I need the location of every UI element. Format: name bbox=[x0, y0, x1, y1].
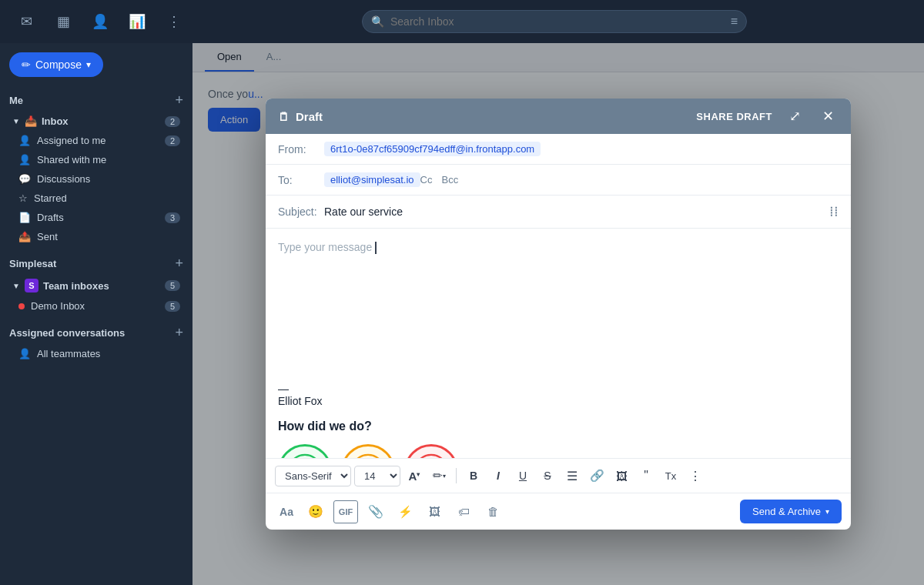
draft-modal-body: From: 6rt1o-0e87cf65909cf794edff@in.fron… bbox=[266, 134, 851, 458]
attach-icon[interactable]: 📎 bbox=[364, 500, 387, 523]
team-inboxes-item[interactable]: ▼ S Team inboxes 5 bbox=[3, 275, 189, 296]
team-inboxes-label: Team inboxes bbox=[43, 280, 109, 292]
delete-icon[interactable]: 🗑 bbox=[481, 500, 504, 523]
assigned-label: Assigned to me bbox=[37, 135, 106, 146]
to-label: To: bbox=[278, 174, 324, 186]
sidebar-item-all-teammates[interactable]: 👤 All teammates bbox=[3, 344, 189, 363]
cc-button[interactable]: Cc bbox=[420, 174, 433, 186]
send-archive-caret: ▾ bbox=[825, 507, 829, 516]
sidebar-item-discussions[interactable]: 💬 Discussions bbox=[3, 169, 189, 189]
ai-subject-icon[interactable]: ⁞⁞ bbox=[829, 203, 839, 220]
draft-header-actions: SHARE DRAFT ⤢ ✕ bbox=[696, 106, 839, 126]
italic-button[interactable]: I bbox=[487, 465, 509, 486]
sidebar-item-shared[interactable]: 👤 Shared with me bbox=[3, 150, 189, 169]
bcc-button[interactable]: Bcc bbox=[441, 174, 458, 186]
sad-face[interactable] bbox=[404, 444, 458, 458]
sidebar-item-demo-inbox[interactable]: Demo Inbox 5 bbox=[3, 296, 189, 316]
add-me-icon[interactable]: + bbox=[175, 92, 183, 109]
gif-icon[interactable]: GIF bbox=[333, 500, 358, 523]
sidebar-item-assigned[interactable]: 👤 Assigned to me 2 bbox=[3, 131, 189, 150]
image-button[interactable]: 🖼 bbox=[611, 465, 632, 486]
team-inboxes-count: 5 bbox=[165, 280, 180, 291]
inbox-label: Inbox bbox=[42, 115, 69, 127]
assigned-conversations-header[interactable]: Assigned conversations + bbox=[0, 322, 192, 344]
font-size-select[interactable]: 14 bbox=[354, 466, 400, 486]
subject-value[interactable]: Rate our service bbox=[324, 206, 829, 218]
from-field: From: 6rt1o-0e87cf65909cf794edff@in.fron… bbox=[266, 134, 851, 165]
search-bar: 🔍 ≡ bbox=[362, 10, 747, 33]
filter-icon[interactable]: ≡ bbox=[731, 15, 738, 28]
strikethrough-button[interactable]: S bbox=[537, 465, 558, 486]
simplesat-section-header[interactable]: Simplesat + bbox=[0, 252, 192, 275]
sidebar-item-drafts[interactable]: 📄 Drafts 3 bbox=[3, 208, 189, 227]
drafts-label: Drafts bbox=[37, 212, 64, 223]
mail-icon[interactable]: ✉ bbox=[12, 8, 40, 35]
simplesat-title: Simplesat bbox=[9, 258, 56, 269]
from-label: From: bbox=[278, 143, 324, 155]
more-icon[interactable]: ⋮ bbox=[160, 8, 188, 35]
sidebar-item-starred[interactable]: ☆ Starred bbox=[3, 189, 189, 208]
chart-icon[interactable]: 📊 bbox=[123, 8, 151, 35]
bold-button[interactable]: B bbox=[463, 465, 484, 486]
sidebar: ✏ Compose ▾ Me + ▼ 📥 Inbox 2 👤 Assigned … bbox=[0, 43, 192, 585]
to-field: To: elliot@simplesat.io Cc Bcc bbox=[266, 165, 851, 196]
link-bottom-icon[interactable]: ⚡ bbox=[393, 500, 417, 523]
sidebar-item-sent[interactable]: 📤 Sent bbox=[3, 227, 189, 246]
draft-file-icon: 🗒 bbox=[278, 110, 290, 123]
send-archive-button[interactable]: Send & Archive ▾ bbox=[740, 500, 842, 523]
open-external-button[interactable]: ⤢ bbox=[785, 106, 805, 126]
person-icon: 👤 bbox=[18, 135, 31, 146]
highlight-button[interactable]: ✏▾ bbox=[428, 465, 450, 486]
shared-label: Shared with me bbox=[37, 154, 106, 165]
expand-icon: ▼ bbox=[12, 282, 20, 290]
simplesat-section: Simplesat + ▼ S Team inboxes 5 Demo Inbo… bbox=[0, 252, 192, 316]
font-color-button[interactable]: A▾ bbox=[403, 465, 425, 486]
emoji-row bbox=[278, 444, 839, 458]
starred-label: Starred bbox=[34, 192, 67, 204]
add-simplesat-icon[interactable]: + bbox=[175, 256, 183, 272]
compose-label: Compose bbox=[35, 58, 82, 71]
underline-button[interactable]: U bbox=[512, 465, 534, 486]
share-draft-button[interactable]: SHARE DRAFT bbox=[696, 111, 772, 122]
to-value[interactable]: elliot@simplesat.io bbox=[324, 172, 420, 187]
draft-modal-header: 🗒 Draft SHARE DRAFT ⤢ ✕ bbox=[266, 99, 851, 134]
assigned-conversations-title: Assigned conversations bbox=[9, 327, 125, 339]
survey-section: How did we do? bbox=[266, 420, 851, 458]
close-modal-button[interactable]: ✕ bbox=[818, 106, 839, 126]
all-teammates-label: All teammates bbox=[37, 348, 100, 359]
inbox-count: 2 bbox=[165, 116, 180, 127]
photo-icon[interactable]: 🖼 bbox=[423, 500, 446, 523]
contacts-icon[interactable]: 👤 bbox=[86, 8, 114, 35]
formatting-toolbar: Sans-Serif 14 A▾ ✏▾ B I U S ☰ 🔗 🖼 " bbox=[266, 458, 851, 493]
neutral-face[interactable] bbox=[341, 444, 395, 458]
subject-field: Subject: Rate our service ⁞⁞ bbox=[266, 196, 851, 229]
inbox-item[interactable]: ▼ 📥 Inbox 2 bbox=[3, 112, 189, 131]
content-area: Open A... Once you... Action 🗒 Draft bbox=[192, 43, 924, 585]
more-toolbar-button[interactable]: ⋮ bbox=[685, 465, 706, 486]
quote-button[interactable]: " bbox=[635, 465, 657, 486]
star-icon: ☆ bbox=[18, 192, 28, 204]
link-button[interactable]: 🔗 bbox=[586, 465, 608, 486]
inbox-folder-icon: 📥 bbox=[25, 115, 37, 127]
emoji-icon[interactable]: 🙂 bbox=[304, 500, 327, 523]
calendar-icon[interactable]: ▦ bbox=[49, 8, 77, 35]
add-assigned-icon[interactable]: + bbox=[175, 325, 183, 341]
search-input[interactable] bbox=[362, 10, 747, 33]
text-format-icon[interactable]: Aa bbox=[275, 500, 298, 523]
from-value[interactable]: 6rt1o-0e87cf65909cf794edff@in.frontapp.c… bbox=[324, 142, 541, 156]
send-archive-label: Send & Archive bbox=[752, 506, 821, 517]
happy-face[interactable] bbox=[278, 444, 332, 458]
compose-button[interactable]: ✏ Compose ▾ bbox=[9, 52, 103, 77]
assigned-count: 2 bbox=[165, 135, 180, 146]
me-section-header[interactable]: Me + bbox=[0, 89, 192, 112]
me-section-title: Me bbox=[9, 95, 23, 106]
discussions-label: Discussions bbox=[37, 173, 90, 185]
list-button[interactable]: ☰ bbox=[561, 465, 583, 486]
cursor bbox=[375, 242, 377, 254]
font-family-select[interactable]: Sans-Serif bbox=[275, 466, 351, 486]
tag-icon[interactable]: 🏷 bbox=[452, 500, 475, 523]
clear-format-button[interactable]: Tx bbox=[660, 465, 681, 486]
bottom-toolbar: Aa 🙂 GIF 📎 ⚡ 🖼 🏷 🗑 Send & Archive ▾ bbox=[266, 493, 851, 530]
drafts-count: 3 bbox=[165, 212, 180, 223]
message-area[interactable]: Type your message bbox=[266, 229, 851, 383]
